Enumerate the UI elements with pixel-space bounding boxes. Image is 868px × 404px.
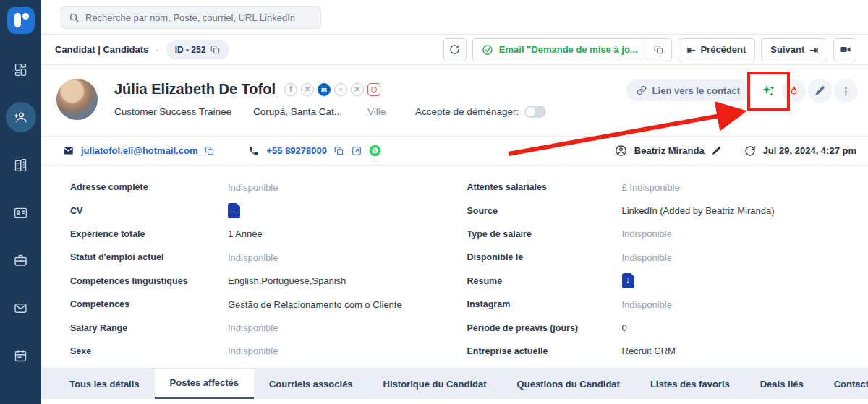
contact-row: juliatofol.eli@hotmail.com +55 89278000 …: [41, 136, 868, 166]
linkedin-icon[interactable]: in: [318, 83, 331, 96]
sidebar-item-contacts[interactable]: [6, 197, 36, 228]
xing-icon[interactable]: ✕: [351, 83, 364, 96]
sidebar-item-dashboard[interactable]: [6, 54, 36, 85]
envelope-icon: [13, 301, 28, 316]
x-twitter-icon[interactable]: ✕: [301, 83, 314, 96]
detail-label: Disponible le: [467, 252, 622, 262]
candidate-name: Júlia Elizabeth De Tofol: [114, 81, 276, 98]
tab-questions-du-candidat[interactable]: Questions du Candidat: [502, 369, 635, 399]
instagram-icon[interactable]: [367, 83, 380, 96]
tab-courriels-associes[interactable]: Courriels associés: [254, 369, 368, 399]
global-search[interactable]: [61, 6, 321, 29]
copy-email-icon[interactable]: [205, 146, 215, 156]
sidebar-item-calendar[interactable]: [6, 340, 36, 371]
cv-download-icon[interactable]: [228, 203, 240, 218]
candidate-location[interactable]: Corupá, Santa Cat...: [253, 106, 367, 117]
tab-listes-des-favoris[interactable]: Listes des favoris: [635, 369, 745, 399]
detail-row: Période de préavis (jours)0: [449, 316, 857, 339]
candidate-job-title: Customer Success Trainee: [114, 106, 253, 117]
detail-row: CV: [41, 199, 449, 222]
candidate-person-icon: [13, 110, 28, 125]
detail-label: Source: [467, 206, 622, 216]
contact-link-label: Lien vers le contact: [652, 85, 740, 96]
briefcase-icon: [13, 253, 28, 268]
detail-value: Indisponible: [228, 182, 278, 193]
detail-row: Adresse complèteIndisponible: [41, 176, 449, 199]
next-label: Suivant: [770, 44, 804, 55]
edit-owner-icon[interactable]: [712, 146, 721, 155]
sidebar-item-companies[interactable]: [6, 150, 36, 180]
whatsapp-icon[interactable]: [369, 145, 381, 157]
resume-download-icon[interactable]: [622, 273, 634, 288]
facebook-icon[interactable]: f: [284, 83, 297, 96]
email-status-button[interactable]: Email "Demande de mise à jo...: [473, 44, 647, 56]
relocate-toggle[interactable]: [524, 106, 546, 118]
detail-label: Attentes salariales: [467, 182, 622, 192]
detail-value: Recruit CRM: [622, 345, 676, 356]
flame-icon: [788, 85, 799, 96]
recruit-crm-logo[interactable]: [7, 7, 35, 34]
tab-deals-lies[interactable]: Deals liés: [745, 369, 819, 399]
video-camera-icon: [839, 43, 851, 56]
detail-label: Compétences linguistiques: [70, 276, 228, 286]
contact-link-button[interactable]: Lien vers le contact: [626, 79, 750, 101]
breadcrumb-row: Candidat | Candidats · ID - 252 Email "D…: [41, 35, 868, 65]
tab-contacts-presentes[interactable]: Contact(s) présenté(s): [819, 369, 868, 399]
more-options-button[interactable]: ⋮: [834, 79, 858, 103]
detail-value: Indisponible: [228, 252, 278, 263]
calendar-icon: [13, 348, 28, 364]
detail-value: Indisponible: [228, 345, 278, 356]
sidebar-item-emails[interactable]: [6, 293, 36, 323]
dashboard-grid-icon: [13, 62, 28, 77]
detail-row: Attentes salariales£ Indisponible: [449, 176, 857, 199]
candidate-phone-link[interactable]: +55 89278000: [266, 145, 327, 156]
copy-phone-icon[interactable]: [334, 146, 344, 156]
check-circle-icon: [482, 44, 493, 56]
tab-historique-du-candidat[interactable]: Historique du Candidat: [368, 369, 502, 399]
detail-label: Salary Range: [70, 323, 228, 333]
candidate-email-link[interactable]: juliatofol.eli@hotmail.com: [81, 145, 197, 156]
refresh-button[interactable]: [443, 38, 467, 61]
next-candidate-button[interactable]: Suivant ⇥: [761, 38, 827, 61]
candidate-detail-page: Candidat | Candidats · ID - 252 Email "D…: [0, 0, 868, 404]
email-status-label: Email "Demande de mise à jo...: [499, 44, 638, 55]
last-updated-icon: [744, 145, 756, 157]
copy-email-template-button[interactable]: [647, 39, 671, 61]
copy-icon: [654, 45, 664, 55]
breadcrumb[interactable]: Candidat | Candidats: [55, 44, 148, 55]
sidebar-item-jobs[interactable]: [6, 245, 36, 275]
candidate-id-badge[interactable]: ID - 252: [166, 40, 230, 59]
detail-row: Résumé: [449, 270, 857, 293]
detail-row: CompétencesGestão de Relacionamento com …: [41, 293, 449, 316]
sidebar-item-candidates[interactable]: [6, 102, 36, 132]
bottom-strip: [41, 399, 868, 404]
detail-label: Expérience totale: [70, 229, 228, 239]
hotlist-button[interactable]: [782, 79, 806, 103]
call-external-icon[interactable]: [352, 146, 362, 156]
detail-row: Compétences linguistiquesEnglish,Portugu…: [41, 270, 449, 293]
search-input[interactable]: [85, 12, 313, 23]
detail-label: Compétences: [70, 299, 228, 309]
detail-row: InstagramIndisponible: [449, 293, 857, 316]
detail-value: English,Portuguese,Spanish: [228, 275, 346, 286]
detail-label: Résumé: [467, 276, 622, 286]
detail-value: 0: [622, 322, 627, 333]
detail-label: Période de préavis (jours): [467, 323, 622, 333]
ai-sparkle-button[interactable]: [756, 79, 780, 103]
video-meeting-button[interactable]: [833, 38, 856, 61]
detail-label: Instagram: [467, 299, 622, 309]
edit-candidate-button[interactable]: [808, 79, 832, 103]
github-icon[interactable]: ○: [334, 83, 347, 96]
detail-row: SexeIndisponible: [41, 340, 449, 363]
copy-id-icon[interactable]: [210, 45, 221, 55]
detail-value: Indisponible: [622, 228, 672, 239]
previous-candidate-button[interactable]: ⇤ Précédent: [678, 38, 756, 61]
last-updated-timestamp: Jul 29, 2024, 4:27 pm: [763, 145, 856, 156]
detail-row: Salary RangeIndisponible: [41, 316, 449, 339]
tab-postes-affectes[interactable]: Postes affectés: [155, 369, 254, 399]
tab-tous-les-details[interactable]: Tous les détails: [54, 369, 155, 399]
profile-header: Júlia Elizabeth De Tofol f ✕ in ○ ✕ Cust…: [41, 65, 868, 136]
detail-tabs: Tous les détails Postes affectés Courrie…: [41, 368, 868, 399]
candidate-avatar[interactable]: [56, 79, 98, 120]
city-label[interactable]: Ville: [367, 106, 414, 117]
